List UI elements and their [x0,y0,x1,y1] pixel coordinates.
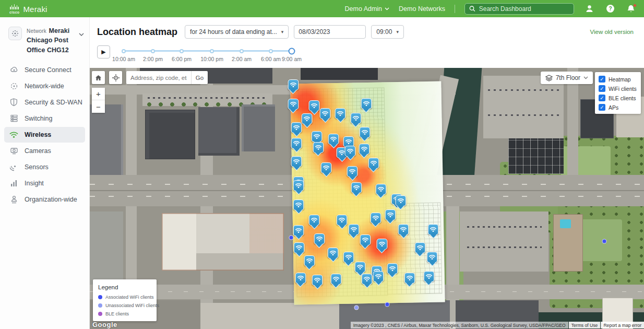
unassociated-client-dot[interactable] [354,306,359,310]
ap-marker[interactable] [385,209,396,220]
sidebar-item-secure-connect[interactable]: Secure Connect [4,62,85,78]
dashboard-search[interactable] [464,3,574,15]
timeline-tick[interactable] [122,49,126,53]
ap-marker[interactable] [337,215,348,226]
ap-marker[interactable] [373,271,384,282]
view-old-version-link[interactable]: View old version [590,29,634,35]
associated-client-dot[interactable] [602,239,606,244]
ap-marker[interactable] [304,255,315,266]
admin-menu[interactable]: Demo Admin [345,5,390,13]
terms-of-use-link[interactable]: Terms of Use [569,322,601,328]
ap-marker[interactable] [302,113,313,124]
timeline-tick[interactable] [269,49,273,53]
sidebar-item-switching[interactable]: Switching [4,111,85,126]
ap-marker[interactable] [314,233,325,244]
ap-marker[interactable] [350,113,361,124]
ap-marker[interactable] [291,122,302,133]
ap-marker[interactable] [348,224,359,235]
ap-marker[interactable] [414,242,425,253]
ap-marker[interactable] [330,274,341,285]
ap-marker[interactable] [294,242,305,253]
sidebar-item-cameras[interactable]: Cameras [4,143,85,159]
notifications-button[interactable] [625,3,637,15]
layer-toggle-aps[interactable]: ✓APs [599,104,637,111]
checkbox-icon[interactable]: ✓ [599,95,605,101]
map-home-button[interactable] [92,71,105,84]
address-search-input[interactable] [126,71,191,84]
sidebar-item-wireless[interactable]: Wireless [4,127,85,143]
ap-marker[interactable] [293,225,304,236]
timeline-tick[interactable] [210,49,214,53]
ap-marker[interactable] [328,134,339,145]
layer-toggle-heatmap[interactable]: ✓Heatmap [599,76,637,83]
sidebar-item-network-wide[interactable]: Network-wide [4,78,85,94]
checkbox-icon[interactable]: ✓ [599,76,605,83]
timeline-track[interactable]: 10:00 am2:00 pm6:00 pm10:00 pm2:00 am6:0… [124,45,292,66]
associated-client-dot[interactable] [289,236,293,240]
ap-marker[interactable] [312,131,323,142]
ap-marker[interactable] [395,195,406,206]
ap-marker[interactable] [428,224,439,235]
ap-marker[interactable] [345,146,356,157]
ap-marker[interactable] [360,234,371,245]
search-input[interactable] [479,5,569,13]
ap-marker[interactable] [309,215,320,226]
checkbox-icon[interactable]: ✓ [599,85,605,92]
timeline-tick[interactable] [240,49,244,53]
sidebar-item-organization-wide[interactable]: Organization-wide [4,192,85,207]
sidebar-item-security-sd-wan[interactable]: Security & SD-WAN [4,95,85,110]
go-button[interactable]: Go [191,71,208,84]
timeline-handle[interactable] [289,48,295,54]
ap-marker[interactable] [320,108,331,119]
ap-marker[interactable] [359,144,369,155]
ap-marker[interactable] [312,275,323,286]
date-field[interactable] [294,25,366,39]
sidebar-item-insight[interactable]: Insight [4,175,85,191]
ap-marker[interactable] [335,108,346,119]
ap-marker[interactable] [293,199,304,210]
ap-marker[interactable] [359,127,370,138]
ap-marker[interactable] [295,273,306,284]
account-button[interactable] [583,3,595,15]
ap-marker[interactable] [351,182,362,193]
meraki-brand[interactable]: cisco Meraki [9,4,47,14]
layer-toggle-wifi-clients[interactable]: ✓WiFi clients [599,85,637,92]
ap-marker[interactable] [387,263,398,274]
play-button[interactable]: ▶ [97,45,110,58]
floor-select[interactable]: 7th Floor [541,72,593,84]
time-select[interactable]: 09:00▾ [371,25,404,39]
ap-marker[interactable] [321,162,332,173]
ap-marker[interactable] [370,213,381,224]
zoom-out-button[interactable]: − [92,100,105,113]
ap-marker[interactable] [355,262,366,273]
ap-marker[interactable] [362,274,373,285]
map-locate-button[interactable] [109,71,122,84]
network-selector[interactable]: Network Meraki Chicago Post Office CHG12 [0,26,89,62]
location-heatmap-map[interactable]: Go + − 7th Floor ✓Heatmap✓WiFi clients✓B… [90,68,644,329]
ap-marker[interactable] [291,138,302,149]
ap-marker[interactable] [375,184,386,195]
timeline-tick[interactable] [180,49,184,53]
ap-marker[interactable] [368,158,379,169]
range-select[interactable]: for 24 hours of data ending at...▾ [185,25,289,39]
ap-marker[interactable] [347,166,358,177]
ap-marker[interactable] [288,79,299,90]
report-map-error-link[interactable]: Report a map error [601,322,644,328]
ap-marker[interactable] [398,224,409,235]
ap-marker[interactable] [361,98,372,109]
help-button[interactable]: ? [604,3,616,15]
checkbox-icon[interactable]: ✓ [599,104,605,111]
ap-marker[interactable] [309,100,320,111]
sidebar-item-sensors[interactable]: Sensors [4,159,85,175]
ap-marker[interactable] [404,273,415,284]
ap-marker[interactable] [343,252,354,263]
ap-marker[interactable] [288,99,299,110]
ap-marker[interactable] [423,271,434,282]
associated-client-dot[interactable] [385,302,390,307]
timeline-tick[interactable] [151,49,155,53]
ap-marker[interactable] [328,248,339,258]
zoom-in-button[interactable]: + [92,88,105,100]
layer-toggle-ble-clients[interactable]: ✓BLE clients [599,95,637,101]
networks-menu[interactable]: Demo Networks [399,5,445,13]
ap-marker[interactable] [313,142,324,153]
